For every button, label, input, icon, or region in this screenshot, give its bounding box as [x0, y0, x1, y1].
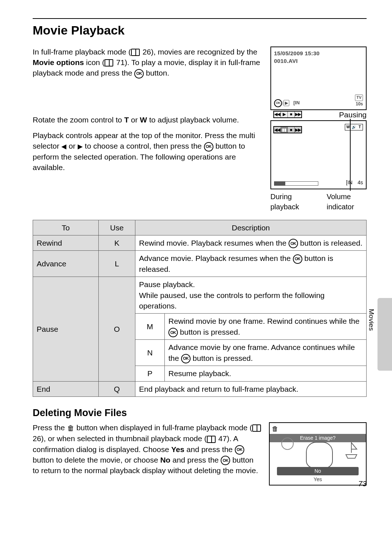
ok-button-icon: OK	[204, 142, 213, 152]
col-use: Use	[99, 220, 135, 235]
deleting-subtitle: Deleting Movie Files	[33, 406, 367, 420]
use-advance: L	[99, 251, 135, 277]
text: In full-frame playback mode (	[33, 48, 131, 56]
ok-button-icon: OK	[221, 456, 230, 465]
sub-sym-n: N	[135, 340, 165, 366]
to-rewind: Rewind	[33, 235, 99, 250]
zoom-tele-glyph: T	[124, 116, 129, 124]
controls-instruction: Playback controls appear at the top of t…	[33, 130, 263, 173]
page-number: 73	[358, 478, 367, 489]
during-playback-label: During playback	[270, 192, 310, 212]
text: button.	[144, 69, 169, 77]
manual-ref-icon	[207, 436, 216, 443]
ref-page: 71	[116, 58, 124, 67]
desc-rewind: Rewind movie. Playback resumes when the …	[135, 235, 367, 250]
left-arrow-icon: ◀	[61, 143, 66, 150]
operations-table: To Use Description Rewind K Rewind movie…	[33, 220, 367, 397]
sun-drawing	[281, 438, 294, 450]
playback-control-bar: ◀◀▮▮■▶▶	[273, 126, 302, 133]
progress-bar	[274, 181, 318, 186]
text: icon (	[84, 58, 105, 67]
delete-confirmation-illustration: 🗑 Erase 1 image? No Yes	[269, 422, 367, 485]
pause-control-bar: ◀◀▶■▶▶	[273, 111, 302, 118]
desc-end: End playback and return to full-frame pl…	[135, 381, 367, 396]
pausing-label: Pausing	[339, 109, 367, 120]
intro-paragraph: In full-frame playback mode ( 26), movie…	[33, 47, 263, 78]
manual-ref-icon	[131, 49, 140, 56]
during-playback-illustration: ◀◀▶■▶▶ Pausing ◀◀▮▮■▶▶ W🔊T [IN 4s During…	[270, 114, 367, 212]
desc-pause-m: Rewind movie by one frame. Rewind contin…	[165, 314, 367, 340]
sub-sym-m: M	[135, 314, 165, 340]
timestamp-display: 15/05/2009 15:30	[274, 49, 363, 57]
trash-icon: 🗑	[272, 424, 278, 434]
col-description: Description	[135, 220, 367, 235]
manual-ref-icon	[105, 59, 113, 67]
use-pause: O	[99, 277, 135, 381]
desc-pause-n: Advance movie by one frame. Advance cont…	[165, 340, 367, 366]
text: ), movies are recognized by the	[151, 48, 257, 56]
playback-screen-illustration: 15/05/2009 15:30 0010.AVI OK:▶ [IN TV 10…	[270, 47, 367, 110]
option-no: No	[277, 467, 359, 476]
text: or	[129, 116, 140, 124]
desc-pause-intro: Pause playback. While paused, use the co…	[135, 277, 367, 314]
section-tab	[377, 298, 392, 371]
text: Rotate the zoom control to	[33, 116, 124, 124]
text: to adjust playback volume.	[147, 116, 239, 124]
section-label: Movies	[366, 309, 376, 331]
to-pause: Pause	[33, 277, 99, 381]
ref-page: 26	[143, 48, 151, 56]
col-to: To	[33, 220, 99, 235]
zoom-instruction: Rotate the zoom control to T or W to adj…	[33, 114, 263, 125]
ok-play-indicator: OK:▶ [IN	[274, 99, 300, 107]
right-arrow-icon: ▶	[78, 143, 83, 150]
page-title: Movie Playback	[33, 22, 367, 39]
ok-button-icon: OK	[235, 445, 244, 455]
tv-indicator: TV	[355, 94, 363, 101]
to-end: End	[33, 381, 99, 396]
movie-options-label: Movie options	[33, 58, 84, 67]
desc-pause-p: Resume playback.	[165, 366, 367, 381]
time-remaining: 4s	[358, 179, 363, 186]
duration-indicator: 10s	[355, 101, 363, 107]
manual-ref-icon	[252, 424, 261, 432]
memory-indicator: [IN	[346, 179, 352, 186]
volume-indicator-bar: W🔊T	[345, 124, 363, 130]
filename-display: 0010.AVI	[274, 57, 363, 65]
volume-indicator-label: Volume indicator	[327, 192, 367, 212]
zoom-wide-glyph: W	[140, 116, 147, 124]
ok-button-icon: OK	[134, 69, 144, 78]
face-drawing	[306, 442, 333, 468]
delete-button-icon: 🗑	[67, 423, 74, 433]
desc-advance: Advance movie. Playback resumes when the…	[135, 251, 367, 277]
use-rewind: K	[99, 235, 135, 250]
text: to choose a control, then press the	[83, 142, 204, 150]
use-end: Q	[99, 381, 135, 396]
sub-sym-p: P	[135, 366, 165, 381]
option-yes: Yes	[277, 476, 359, 483]
boat-drawing	[344, 442, 359, 460]
to-advance: Advance	[33, 251, 99, 277]
text: or	[66, 142, 77, 150]
delete-instruction: Press the 🗑 button when displayed in ful…	[33, 422, 262, 476]
